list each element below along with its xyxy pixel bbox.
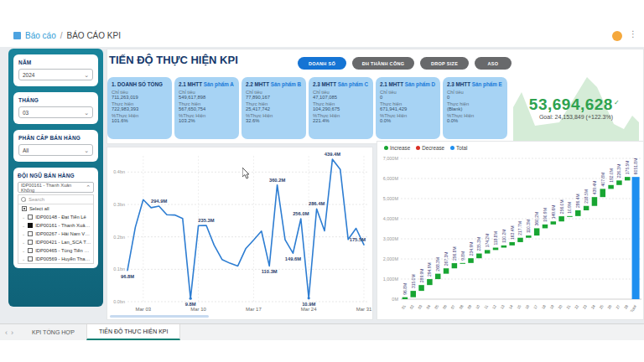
headline-goal: Goal: 24,153,849 (+122.3%) xyxy=(513,114,639,120)
svg-text:6051.8M: 6051.8M xyxy=(633,158,638,174)
kpi-actual-value: 25,417,742 xyxy=(246,106,302,111)
team-option[interactable]: ⌄ IDP00465 - Tùng Tiến Ngu... xyxy=(18,246,93,255)
svg-text:235.3M: 235.3M xyxy=(198,218,215,223)
svg-text:18: 18 xyxy=(541,304,547,310)
chevron-down-icon[interactable]: ⌄ xyxy=(22,240,25,245)
svg-text:13: 13 xyxy=(500,304,506,310)
svg-text:217.7M: 217.7M xyxy=(518,221,523,235)
kpi-actual-value: 567,650,754 xyxy=(179,106,235,111)
waterfall-legend: Increase Decrease Total xyxy=(384,145,467,151)
filter-month-select[interactable]: 03 ⌄ xyxy=(18,106,93,118)
filter-year-select[interactable]: 2024 ⌄ xyxy=(18,69,93,80)
svg-text:Mar 17: Mar 17 xyxy=(246,307,262,312)
report-page-tabbar: ‹ › KPI TỔNG HỢP TIẾN ĐỘ THỰC HIỆN KPI xyxy=(0,323,644,340)
tab-nav-arrows[interactable]: ‹ › xyxy=(0,324,20,340)
svg-text:0.2bn: 0.2bn xyxy=(113,235,125,240)
svg-text:174.2M: 174.2M xyxy=(485,234,490,248)
team-search-input[interactable] xyxy=(29,197,91,202)
svg-text:14: 14 xyxy=(508,304,514,310)
svg-text:294.9M: 294.9M xyxy=(427,262,432,277)
svg-text:6,000M: 6,000M xyxy=(383,176,399,181)
checkbox-icon[interactable] xyxy=(28,215,33,220)
svg-text:256.8M: 256.8M xyxy=(452,246,457,261)
filter-year-label: NĂM xyxy=(18,59,93,65)
svg-text:360.2M: 360.2M xyxy=(534,212,539,226)
chevron-up-icon: ⌃ xyxy=(86,184,91,190)
svg-text:23: 23 xyxy=(582,304,588,310)
svg-text:19: 19 xyxy=(549,304,555,310)
chevron-down-icon[interactable]: ⌄ xyxy=(22,256,25,261)
waterfall-chart-svg[interactable]: 0M1,000M2,000M3,000M4,000M5,000M6,000M7,… xyxy=(377,152,643,319)
chevron-down-icon[interactable]: ⌄ xyxy=(22,223,25,228)
tab-kpi-tong-hop[interactable]: KPI TỔNG HỢP xyxy=(20,324,86,340)
report-icon xyxy=(13,32,21,39)
svg-text:235.3M: 235.3M xyxy=(476,237,481,251)
svg-text:02: 02 xyxy=(409,304,415,310)
checkbox-icon[interactable] xyxy=(28,240,33,245)
tab-drop-size-button[interactable]: DROP SIZE xyxy=(420,57,469,70)
team-option[interactable]: ⌄ IDP00148 - Đạt Tiến Lê xyxy=(18,213,93,221)
filter-month-label: THÁNG xyxy=(18,97,93,103)
svg-text:175.5M: 175.5M xyxy=(350,237,366,242)
line-chart-svg[interactable]: 0.0bn0.1bn0.2bn0.3bn0.4bnMar 03Mar 10Mar… xyxy=(107,147,372,315)
tab-tien-do-thuc-hien-kpi[interactable]: TIẾN ĐỘ THỰC HIỆN KPI xyxy=(86,324,180,340)
kpi-percent-value: 103.2% xyxy=(179,118,235,123)
tab-dh-thanh-cong-button[interactable]: ĐH THÀNH CÔNG xyxy=(352,57,414,70)
kpi-target-value: 0 xyxy=(447,95,503,100)
kpi-dashboard-page: Báo cáo / BÁO CÁO KPI ⋮ NĂM 2024 ⌄ THÁNG… xyxy=(0,0,644,362)
svg-text:Mar 24: Mar 24 xyxy=(301,307,317,312)
svg-text:256.0M: 256.0M xyxy=(559,199,564,214)
svg-text:24: 24 xyxy=(590,304,596,310)
svg-text:9.8M: 9.8M xyxy=(185,302,196,307)
checkbox-partial-icon[interactable] xyxy=(22,206,27,211)
svg-text:27: 27 xyxy=(615,304,621,310)
svg-text:07: 07 xyxy=(450,304,456,310)
svg-text:149.6M: 149.6M xyxy=(285,256,302,261)
chevron-down-icon[interactable]: ⌄ xyxy=(22,248,25,253)
svg-text:Total: Total xyxy=(630,304,637,313)
team-option[interactable]: ⌄ IDP00161 - Thanh Xuân Kh... xyxy=(18,221,93,230)
breadcrumb-link-reports[interactable]: Báo cáo xyxy=(25,31,56,40)
filter-sales-team-label: ĐỘI NGŨ BÁN HÀNG xyxy=(18,173,94,178)
team-option[interactable]: ⌄ IDP00267 - Hải Nam Vương xyxy=(18,230,93,238)
svg-text:190.9M: 190.9M xyxy=(543,208,548,222)
kpi-percent-value: 221.4% xyxy=(313,118,369,123)
tab-next-icon[interactable]: › xyxy=(11,328,13,337)
checkbox-icon[interactable] xyxy=(28,256,33,261)
svg-text:16: 16 xyxy=(524,304,530,310)
filter-sidebar: NĂM 2024 ⌄ THÁNG 03 ⌄ PHÂN CẤP BÁN HÀNG … xyxy=(8,49,103,307)
checkbox-icon[interactable] xyxy=(28,248,33,253)
svg-text:192.0M: 192.0M xyxy=(609,168,614,183)
svg-text:96.8M: 96.8M xyxy=(402,283,408,295)
chevron-down-icon[interactable]: ⌄ xyxy=(22,231,25,236)
legend-decrease-dot xyxy=(416,146,420,150)
tab-aso-button[interactable]: ASO xyxy=(475,57,512,70)
tab-prev-icon[interactable]: ‹ xyxy=(5,328,8,337)
chart-horizontal-scrollbar[interactable] xyxy=(110,315,209,318)
svg-text:218.5M: 218.5M xyxy=(584,189,589,204)
svg-text:3,000M: 3,000M xyxy=(383,236,399,241)
svg-text:0M: 0M xyxy=(392,297,398,302)
svg-text:10.9M: 10.9M xyxy=(567,202,572,214)
filter-sales-level-select[interactable]: All ⌄ xyxy=(18,144,93,156)
more-menu-icon[interactable]: ⋮ xyxy=(629,30,637,39)
top-header: Báo cáo / BÁO CÁO KPI ⋮ xyxy=(0,0,644,47)
svg-text:286.4M: 286.4M xyxy=(575,194,580,208)
kpi-percent-value: 32.6% xyxy=(246,118,302,123)
svg-text:06: 06 xyxy=(442,304,448,310)
filter-sales-level: PHÂN CẤP BÁN HÀNG All ⌄ xyxy=(13,130,98,162)
svg-text:5,000M: 5,000M xyxy=(383,196,399,201)
team-option-select-all[interactable]: Select all xyxy=(18,204,93,213)
checkbox-icon[interactable] xyxy=(28,231,33,236)
chevron-down-icon: ⌄ xyxy=(84,110,89,116)
sales-team-select[interactable]: IDP00161 - Thanh Xuân Khống ⌃ xyxy=(18,182,94,193)
svg-text:26: 26 xyxy=(607,304,613,310)
avatar[interactable] xyxy=(612,31,622,41)
team-option[interactable]: ⌄ IDP00569 - Huyền Thanh... xyxy=(18,255,93,263)
svg-text:Mar 31: Mar 31 xyxy=(356,307,372,312)
team-option[interactable]: ⌄ IDP00421 - Lan_SCA Thị N... xyxy=(18,238,93,246)
chevron-down-icon[interactable]: ⌄ xyxy=(22,215,25,220)
checkbox-checked-icon[interactable] xyxy=(28,223,33,228)
tab-doanh-so-button[interactable]: DOANH SỐ xyxy=(298,57,346,70)
filter-sales-team: ĐỘI NGŨ BÁN HÀNG IDP00161 - Thanh Xuân K… xyxy=(13,168,98,268)
